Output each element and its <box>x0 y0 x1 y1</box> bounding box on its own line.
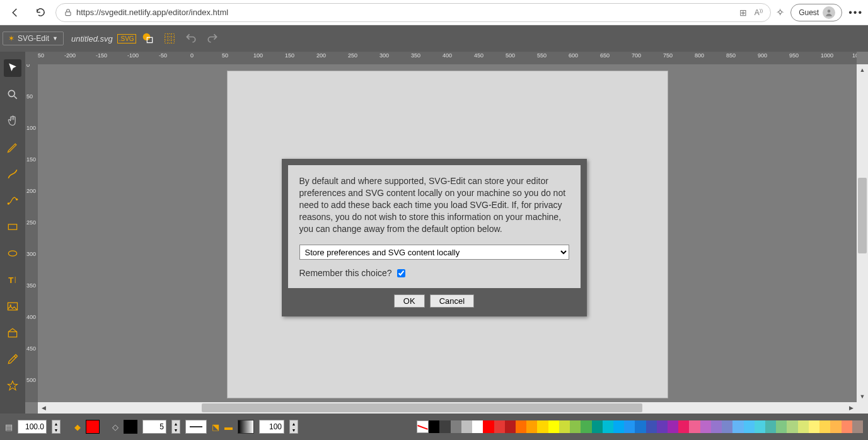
remember-checkbox[interactable] <box>397 269 405 277</box>
dialog-message: By default and where supported, SVG-Edit… <box>299 175 569 234</box>
cancel-button[interactable]: Cancel <box>430 294 474 308</box>
storage-dialog: By default and where supported, SVG-Edit… <box>282 159 587 316</box>
remember-label: Remember this choice? <box>299 267 392 279</box>
dialog-overlay: By default and where supported, SVG-Edit… <box>0 0 868 440</box>
storage-option-select[interactable]: Store preferences and SVG content locall… <box>299 245 569 260</box>
ok-button[interactable]: OK <box>394 294 425 308</box>
